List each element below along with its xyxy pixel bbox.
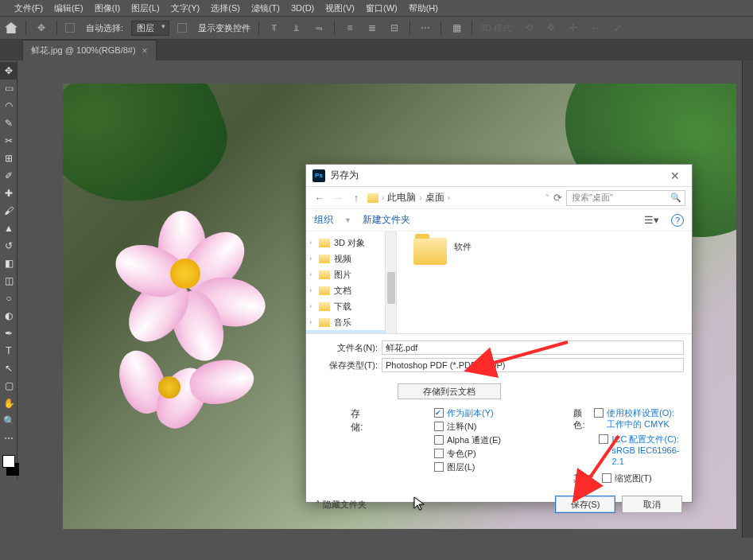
separator [258, 21, 259, 35]
organize-button[interactable]: 组织 [314, 213, 333, 227]
view-mode-icon[interactable]: ☰▾ [642, 213, 660, 228]
menu-file[interactable]: 文件(F) [14, 2, 43, 14]
right-panel-collapsed[interactable] [742, 60, 753, 538]
search-input[interactable]: 搜索"桌面" 🔍 [566, 190, 685, 206]
menu-help[interactable]: 帮助(H) [409, 2, 438, 14]
menu-edit[interactable]: 编辑(E) [54, 2, 83, 14]
icc-profile-checkbox[interactable]: ICC 配置文件(C): sRGB IEC61966-2.1 [599, 434, 684, 467]
move-tool-icon[interactable]: ✥ [34, 21, 49, 35]
eraser-tool-icon[interactable]: ◧ [0, 255, 17, 272]
tree-scrollbar[interactable] [386, 231, 397, 333]
hand-tool-icon[interactable]: ✋ [0, 395, 17, 412]
thumbnail-checkbox[interactable]: 缩览图(T) [602, 472, 652, 484]
blur-tool-icon[interactable]: ○ [0, 290, 17, 307]
quickselect-tool-icon[interactable]: ✎ [0, 115, 17, 132]
tree-item-documents[interactable]: ›文档 [306, 282, 385, 298]
pen-tool-icon[interactable]: ✒ [0, 325, 17, 342]
tree-item-3dobjects[interactable]: ›3D 对象 [306, 235, 385, 251]
save-copy-checkbox[interactable]: 作为副本(Y) [434, 407, 526, 418]
help-icon[interactable]: ? [671, 214, 684, 227]
stamp-tool-icon[interactable]: ▲ [0, 220, 17, 237]
frame-tool-icon[interactable]: ⊞ [0, 150, 17, 167]
menu-layer[interactable]: 图层(L) [131, 2, 159, 14]
filetype-label: 保存类型(T): [314, 360, 378, 371]
gradient-tool-icon[interactable]: ◫ [0, 272, 17, 290]
menu-select[interactable]: 选择(S) [211, 2, 240, 14]
dialog-options: 存储到云文档 存储: 作为副本(Y) 注释(N) Alpha 通道(E) 专色(… [306, 377, 692, 489]
type-tool-icon[interactable]: T [0, 342, 17, 360]
lasso-tool-icon[interactable]: ◠ [0, 97, 17, 115]
align-right-icon[interactable]: ⫬ [312, 21, 326, 35]
nav-back-icon[interactable]: ← [312, 192, 327, 204]
zoom-tool-icon[interactable]: 🔍 [0, 412, 17, 430]
hide-folders-toggle[interactable]: ˄ 隐藏文件夹 [316, 499, 549, 511]
home-icon[interactable] [5, 22, 17, 33]
save-alpha-checkbox[interactable]: Alpha 通道(E) [434, 434, 526, 445]
distribute-2-icon[interactable]: ≣ [365, 21, 379, 35]
chevron-down-icon[interactable]: ˅ [545, 193, 549, 202]
tab-label: 鲜花.jpg @ 100%(RGB/8#) [31, 45, 136, 56]
chevron-right-icon: › [309, 255, 312, 262]
breadcrumb-current[interactable]: 桌面 [425, 191, 444, 204]
filetype-select[interactable]: Photoshop PDF (*.PDF;*.PDP) [382, 358, 684, 372]
save-spot-checkbox[interactable]: 专色(P) [434, 448, 526, 459]
breadcrumb-root[interactable]: 此电脑 [387, 191, 416, 204]
folder-item[interactable] [406, 238, 454, 265]
breadcrumb[interactable]: › 此电脑 › 桌面 › [367, 191, 541, 204]
menu-3d[interactable]: 3D(D) [291, 3, 314, 13]
close-tab-icon[interactable]: × [142, 45, 148, 56]
save-button[interactable]: 保存(S) [555, 496, 615, 513]
move-tool-icon[interactable]: ✥ [0, 62, 17, 80]
tree-item-desktop[interactable]: ›桌面 [306, 330, 385, 333]
dialog-nav-bar: ← → ↑ › 此电脑 › 桌面 › ˅ ⟳ 搜索"桌面" 🔍 [306, 187, 692, 209]
dialog-titlebar[interactable]: Ps 另存为 ✕ [306, 165, 692, 187]
eyedropper-tool-icon[interactable]: ✐ [0, 167, 17, 185]
tree-item-videos[interactable]: ›视频 [306, 251, 385, 266]
distribute-1-icon[interactable]: ≡ [343, 21, 357, 35]
tree-item-pictures[interactable]: ›图片 [306, 266, 385, 282]
refresh-icon[interactable]: ⟳ [553, 192, 562, 204]
new-folder-button[interactable]: 新建文件夹 [363, 213, 410, 227]
align-left-icon[interactable]: ⫪ [267, 21, 281, 35]
crop-tool-icon[interactable]: ✂ [0, 132, 17, 150]
brush-tool-icon[interactable]: 🖌 [0, 202, 17, 220]
folder-icon [413, 238, 447, 265]
autoselect-checkbox[interactable] [65, 23, 75, 33]
proof-setup-checkbox[interactable]: 使用校样设置(O): 工作中的 CMYK [594, 407, 684, 431]
nav-forward-icon[interactable]: → [331, 192, 345, 204]
file-area[interactable]: 软件 [397, 231, 692, 333]
menu-window[interactable]: 窗口(W) [366, 2, 398, 14]
tree-item-music[interactable]: ›音乐 [306, 314, 385, 330]
edit-toolbar-icon[interactable]: ⋯ [0, 430, 17, 447]
close-icon[interactable]: ✕ [665, 167, 685, 185]
save-layers-checkbox[interactable]: 图层(L) [434, 461, 526, 472]
photoshop-icon: Ps [312, 169, 325, 182]
tree-item-downloads[interactable]: ›下载 [306, 298, 385, 314]
heal-tool-icon[interactable]: ✚ [0, 185, 17, 202]
menu-filter[interactable]: 滤镜(T) [251, 2, 280, 14]
save-to-cloud-button[interactable]: 存储到云文档 [398, 383, 501, 399]
path-tool-icon[interactable]: ↖ [0, 360, 17, 377]
overlap-icon[interactable]: ▦ [449, 21, 464, 35]
dodge-tool-icon[interactable]: ◐ [0, 307, 17, 325]
search-placeholder: 搜索"桌面" [572, 192, 613, 204]
menu-image[interactable]: 图像(I) [95, 2, 120, 14]
cancel-button[interactable]: 取消 [622, 496, 682, 513]
transform-checkbox[interactable] [177, 23, 187, 33]
menu-view[interactable]: 视图(V) [325, 2, 355, 14]
transform-label: 显示变换控件 [198, 22, 250, 34]
menu-type[interactable]: 文字(Y) [171, 2, 200, 14]
nav-up-icon[interactable]: ↑ [349, 192, 363, 204]
shape-tool-icon[interactable]: ▢ [0, 377, 17, 395]
history-brush-icon[interactable]: ↺ [0, 237, 17, 255]
save-notes-checkbox[interactable]: 注释(N) [434, 421, 526, 432]
marquee-tool-icon[interactable]: ▭ [0, 80, 17, 97]
3d-mode-label: 3D 模式: [480, 22, 514, 34]
document-tab[interactable]: 鲜花.jpg @ 100%(RGB/8#) × [22, 40, 157, 60]
layer-dropdown[interactable]: 图层 [131, 21, 169, 36]
distribute-3-icon[interactable]: ⊟ [387, 21, 402, 35]
foreground-swatch[interactable] [2, 455, 15, 468]
align-center-icon[interactable]: ⫫ [289, 21, 304, 35]
filename-input[interactable]: 鲜花.pdf [382, 340, 684, 355]
more-align-icon[interactable]: ⋯ [418, 21, 433, 35]
